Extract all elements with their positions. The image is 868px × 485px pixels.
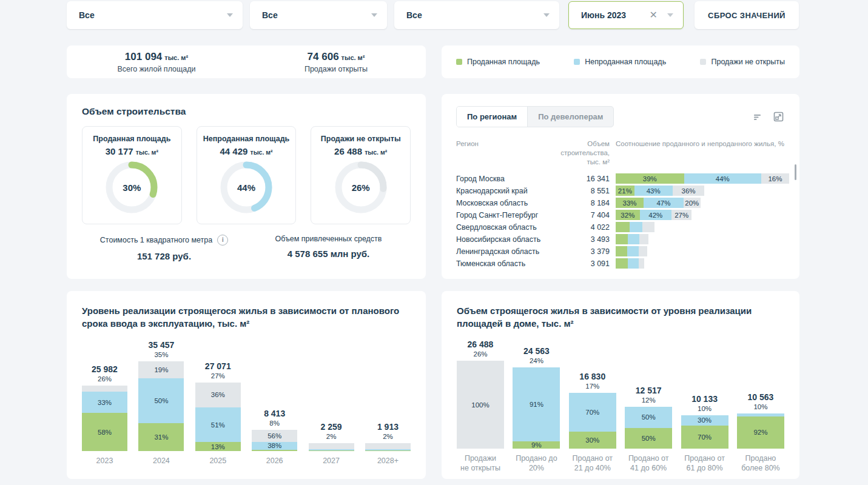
stat-open-label: Продажи открыты [246,65,426,73]
bar-segment-sold: 30% [569,432,616,449]
reset-filters-button[interactable]: СБРОС ЗНАЧЕНИЙ [695,1,799,29]
ratio-segment [627,246,639,256]
bar-stack: 56%38% [252,430,297,451]
bar-stack: 91%9% [513,367,560,449]
chevron-down-icon [667,13,673,17]
table-row: Город Москва16 34139%44%16% [456,173,791,185]
stacked-bar: 35 45735%19%50%31% [138,340,184,451]
ratio-segment [639,258,644,269]
tab-by-developers[interactable]: По девелоперам [528,107,613,127]
price-per-sqm-label: Стоимость 1 квадратного метра [100,236,212,244]
filter-dropdown-2[interactable]: Все [250,1,387,29]
table-scrollbar[interactable] [795,164,796,180]
bar-total-label: 24 563 [513,346,560,356]
column-header-volume: Объем строительства, тыс. м² [558,139,610,167]
ratio-segment [616,258,628,269]
bar-category-label: 2026 [252,456,297,466]
ratio-segment: 42% [640,210,671,220]
bar-share-label: 35% [138,351,184,358]
stat-total-unit: тыс. м² [164,54,188,61]
region-ratio-bar: 21%43%36% [616,186,704,196]
expand-icon[interactable] [773,112,784,122]
column-header-ratio: Соотношение проданного и непроданного жи… [610,139,791,167]
filter-month-dropdown[interactable]: Июнь 2023 ✕ [568,1,684,29]
region-volume: 3 091 [558,259,610,268]
bar-segment-unsold: 70% [569,393,616,432]
stat-total-value: 101 094 [125,51,162,62]
bar-share-label: 12% [625,396,672,404]
region-ratio-bar [616,258,644,269]
regions-table-body: Город Москва16 34139%44%16%Краснодарский… [456,173,791,270]
bar-category-label: Продажине открыты [457,453,504,473]
ratio-segment: 32% [616,210,640,220]
stat-total-area: 101 094тыс. м² Всего жилой площади [67,51,246,73]
ratio-segment: 44% [684,173,761,184]
bar-segment-sold [252,450,297,451]
donut-value: 44 429 [220,146,247,156]
bar-category-label: 2027 [309,456,354,466]
ratio-segment: 27% [671,210,692,220]
ratio-segment: 43% [634,186,673,196]
chevron-down-icon [227,13,233,17]
tab-by-regions[interactable]: По регионам [457,107,528,127]
price-per-sqm-block: Стоимость 1 квадратного метра i 151 728 … [82,235,246,261]
donut-card-sold: Проданная площадь 30 177 тыс. м² 30% [82,126,182,224]
bar-category-label: 2028+ [365,456,411,466]
bar-total-label: 10 563 [737,392,784,402]
stacked-bar: 12 51712%50%50% [625,386,672,449]
bar-total-label: 2 259 [309,422,354,432]
bar-segment-not_open [365,443,411,449]
ratio-segment [616,246,627,256]
stacked-bar: 10 13310%30%70% [681,394,728,449]
ratio-segment [616,222,630,232]
stacked-bar: 1 9132% [365,422,411,451]
bar-segment-unsold: 50% [138,378,184,423]
donut-unit: тыс. м² [365,149,387,156]
table-row: Город Санкт-Петербург7 40432%42%27% [456,209,791,221]
donut-value: 30 177 [106,146,133,156]
region-name: Свердловская область [456,223,558,232]
bar-segment-not_open [309,443,354,449]
region-volume: 7 404 [558,211,610,219]
clear-icon[interactable]: ✕ [650,10,658,20]
region-volume: 8 551 [558,187,610,195]
ratio-segment [642,222,654,232]
bar-segment-sold: 9% [513,441,560,449]
filter-dropdown-3-value: Все [406,10,422,20]
bar-total-label: 16 830 [569,372,616,381]
sort-icon[interactable] [753,113,762,121]
bar-share-label: 24% [513,357,560,364]
info-icon[interactable]: i [217,235,228,246]
bar-stack: 33%58% [82,386,127,451]
bar-category-label: Продано от21 до 40% [569,453,616,473]
bar-segment-unsold: 51% [195,407,241,443]
bar-segment-unsold: 33% [82,392,127,413]
bar-stack: 100% [457,361,504,449]
ratio-segment: 36% [673,186,705,196]
donut-title: Проданная площадь [82,135,181,143]
bar-stack: 70%30% [569,393,616,449]
realization-chart-categories: Продажине открытыПродано до20%Продано от… [457,453,784,473]
donut-card-unsold: Непроданная площадь 44 429 тыс. м² 44% [197,126,297,224]
bar-stack: 30%70% [681,415,728,449]
ratio-segment: 47% [644,198,684,208]
stacked-bar: 2 2592% [309,422,354,451]
filter-dropdown-1[interactable]: Все [67,1,243,29]
bar-segment-sold: 13% [195,442,241,451]
filter-dropdown-3[interactable]: Все [394,1,559,29]
bar-segment-sold: 70% [681,426,728,449]
table-row: Ленинградская область3 379 [456,246,791,258]
bar-share-label: 27% [195,372,241,380]
donut-value: 26 488 [334,146,362,156]
bar-segment-not_open: 100% [457,361,504,449]
region-ratio-bar: 33%47%20% [616,198,701,208]
stacked-bar: 25 98226%33%58% [82,364,127,451]
bar-segment-unsold: 30% [681,415,728,426]
bar-stack: 36%51%13% [195,383,241,451]
region-volume: 8 184 [558,199,610,207]
regions-table-card: По регионам По девелоперам Регион Объем … [442,94,799,279]
column-header-region: Регион [456,139,558,167]
ratio-segment [628,258,639,269]
region-volume: 3 379 [558,247,610,256]
bar-segment-sold: 31% [138,423,184,451]
